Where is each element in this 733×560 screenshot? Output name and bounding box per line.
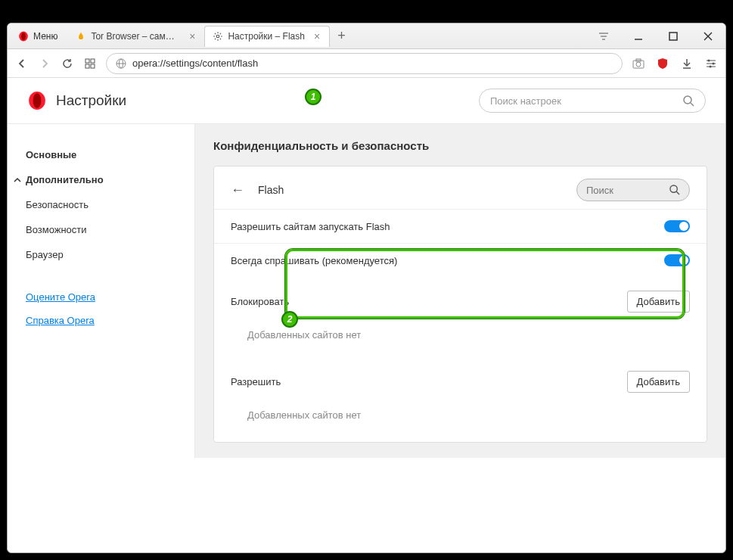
search-icon: [683, 95, 694, 107]
svg-point-25: [713, 62, 715, 64]
svg-point-29: [33, 93, 42, 108]
sidebar-item-security[interactable]: Безопасность: [26, 192, 188, 217]
close-icon[interactable]: ×: [312, 30, 321, 42]
svg-point-2: [217, 35, 220, 38]
setting-always-ask: Всегда спрашивать (рекомендуется): [214, 243, 707, 277]
sidebar-link-rate[interactable]: Оцените Opera: [26, 285, 188, 309]
setting-label: Всегда спрашивать (рекомендуется): [231, 255, 397, 266]
sidebar-item-features[interactable]: Возможности: [26, 217, 188, 242]
allow-empty-text: Добавленных сайтов нет: [214, 397, 707, 437]
maximize-button[interactable]: [656, 23, 691, 48]
tab-title: Настройки – Flash: [228, 31, 305, 42]
minimize-button[interactable]: [621, 23, 656, 48]
search-placeholder: Поиск настроек: [490, 95, 561, 107]
add-block-button[interactable]: Добавить: [627, 291, 690, 313]
sidebar-item-browser[interactable]: Браузер: [26, 242, 188, 267]
tab-tor-browser[interactable]: Tor Browser – самый защи ×: [68, 26, 204, 47]
tab-title: Tor Browser – самый защи: [91, 31, 180, 42]
tab-settings-flash[interactable]: Настройки – Flash ×: [204, 26, 330, 47]
speed-dial-button[interactable]: [83, 57, 97, 70]
svg-point-1: [21, 32, 26, 40]
toggle-always-ask[interactable]: [664, 254, 690, 266]
close-icon[interactable]: ×: [188, 30, 197, 42]
new-tab-button[interactable]: +: [330, 28, 353, 44]
window-controls: [586, 23, 725, 48]
svg-rect-10: [85, 59, 89, 63]
toggle-allow-flash[interactable]: [664, 220, 690, 232]
easy-setup-icon[interactable]: [586, 23, 621, 48]
adblock-icon[interactable]: [656, 57, 669, 70]
address-bar[interactable]: opera://settings/content/flash: [106, 53, 623, 74]
snapshot-icon[interactable]: [632, 57, 645, 70]
setting-label: Разрешить сайтам запускать Flash: [231, 221, 390, 232]
back-arrow-icon[interactable]: ←: [231, 182, 244, 198]
gear-icon: [213, 31, 223, 42]
svg-point-30: [684, 96, 691, 104]
svg-point-18: [636, 62, 641, 67]
chevron-up-icon: [14, 176, 21, 184]
flash-panel: ← Flash Поиск Разрешить сайтам запускать…: [213, 166, 707, 443]
svg-line-31: [691, 103, 694, 106]
opera-logo-icon: [27, 91, 47, 110]
panel-search-input[interactable]: Поиск: [576, 179, 690, 201]
downloads-icon[interactable]: [680, 57, 694, 70]
svg-line-33: [676, 191, 679, 194]
sidebar-link-help[interactable]: Справка Opera: [26, 309, 188, 332]
add-allow-button[interactable]: Добавить: [627, 371, 690, 393]
sidebar-item-basic[interactable]: Основные: [26, 142, 188, 167]
block-title: Блокировать: [231, 296, 289, 307]
back-button[interactable]: [15, 57, 29, 70]
page-header: Настройки Поиск настроек: [8, 78, 725, 124]
svg-point-23: [708, 59, 710, 61]
svg-rect-11: [91, 59, 95, 63]
panel-title: Flash: [258, 184, 563, 196]
annotation-badge-2: 2: [281, 311, 298, 328]
menu-button[interactable]: Меню: [8, 23, 68, 48]
main-content: Конфиденциальность и безопасность ← Flas…: [195, 124, 725, 458]
svg-rect-7: [669, 33, 677, 40]
menu-label: Меню: [33, 31, 57, 42]
setting-allow-flash: Разрешить сайтам запускать Flash: [214, 209, 707, 243]
opera-icon: [18, 31, 29, 42]
allow-title: Разрешить: [231, 376, 281, 387]
svg-rect-12: [85, 64, 89, 68]
titlebar: Меню Tor Browser – самый защи × Настройк…: [8, 23, 725, 49]
svg-point-32: [670, 185, 677, 192]
allow-section: Разрешить Добавить: [214, 357, 707, 397]
easy-setup-icon[interactable]: [704, 57, 718, 70]
annotation-badge-1: 1: [305, 89, 321, 105]
search-settings-input[interactable]: Поиск настроек: [479, 89, 706, 113]
page-title: Настройки: [56, 92, 126, 109]
svg-point-27: [710, 65, 712, 67]
forward-button[interactable]: [38, 57, 51, 70]
search-icon: [669, 185, 680, 195]
sidebar: Основные Дополнительно Безопасность Возм…: [8, 124, 195, 458]
url-text: opera://settings/content/flash: [132, 58, 258, 69]
section-title: Конфиденциальность и безопасность: [213, 139, 707, 152]
toolbar: opera://settings/content/flash: [8, 49, 725, 78]
close-button[interactable]: [691, 23, 725, 48]
reload-button[interactable]: [61, 57, 74, 70]
sidebar-item-advanced[interactable]: Дополнительно: [14, 167, 188, 192]
globe-icon: [116, 58, 126, 69]
svg-rect-13: [91, 64, 95, 68]
tor-icon: [76, 31, 86, 42]
